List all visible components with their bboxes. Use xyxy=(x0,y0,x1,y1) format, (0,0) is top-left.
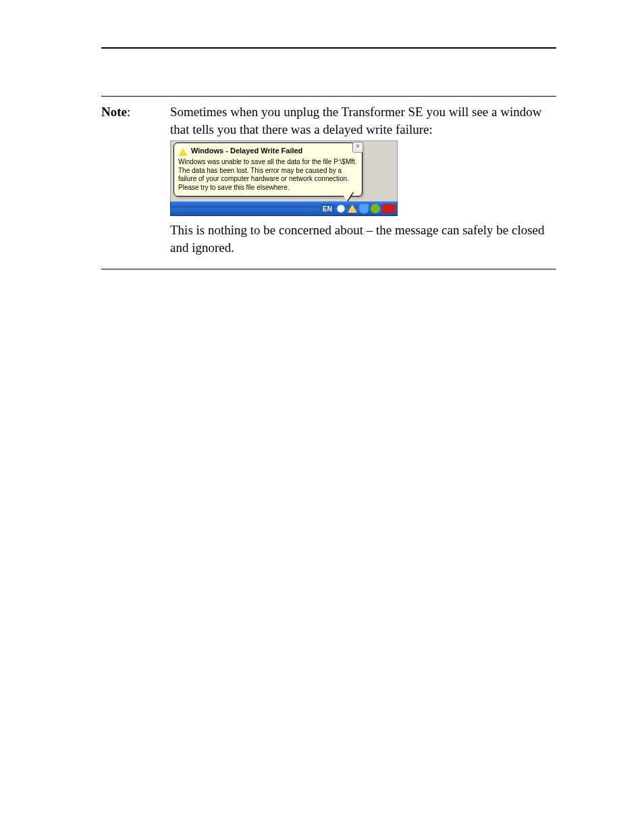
tray-arrow-icon[interactable] xyxy=(336,204,346,213)
header-rule xyxy=(101,47,556,49)
tray-warning-icon[interactable] xyxy=(348,205,357,213)
balloon-title: Windows - Delayed Write Failed xyxy=(191,146,358,156)
warning-icon xyxy=(178,148,188,156)
xp-taskbar: EN xyxy=(170,201,398,216)
document-page: Note: Sometimes when you unplug the Tran… xyxy=(0,0,644,834)
note-label-text: Note xyxy=(101,105,127,119)
close-button[interactable]: × xyxy=(352,142,363,153)
tray-shield-icon[interactable] xyxy=(359,204,369,213)
balloon-tail xyxy=(341,192,353,201)
note-body: Sometimes when you unplug the Transforme… xyxy=(170,103,556,259)
note-label: Note: xyxy=(101,103,170,121)
note-block: Note: Sometimes when you unplug the Tran… xyxy=(101,96,556,269)
tray-ati-icon[interactable] xyxy=(382,204,396,213)
tray-status-icon[interactable] xyxy=(371,204,380,213)
xp-desktop-background: × Windows - Delayed Write Failed Windows… xyxy=(170,140,398,201)
note-outro-text: This is nothing to be concerned about – … xyxy=(170,221,556,256)
balloon-title-row: Windows - Delayed Write Failed xyxy=(178,146,358,156)
language-indicator[interactable]: EN xyxy=(321,204,334,215)
xp-screenshot: × Windows - Delayed Write Failed Windows… xyxy=(170,140,398,216)
note-intro-text: Sometimes when you unplug the Transforme… xyxy=(170,103,556,138)
balloon-body-text: Windows was unable to save all the data … xyxy=(178,158,358,192)
delayed-write-balloon: × Windows - Delayed Write Failed Windows… xyxy=(173,142,363,197)
